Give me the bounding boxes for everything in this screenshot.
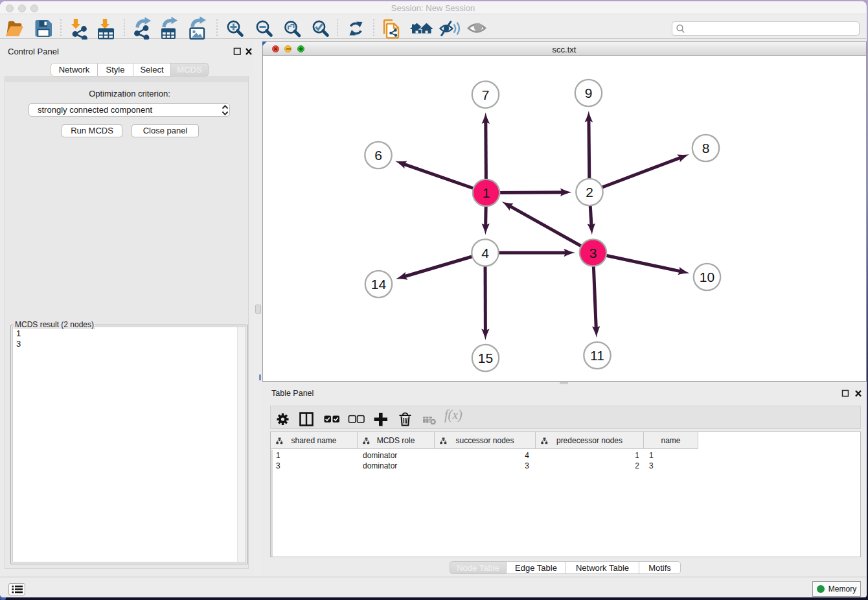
- svg-text:9: 9: [585, 86, 593, 100]
- svg-text:8: 8: [702, 141, 710, 156]
- svg-text:14: 14: [371, 277, 387, 292]
- svg-text:2: 2: [586, 185, 593, 200]
- svg-text:11: 11: [590, 348, 604, 363]
- svg-text:15: 15: [478, 351, 493, 365]
- svg-text:7: 7: [482, 87, 490, 102]
- svg-text:3: 3: [589, 246, 597, 260]
- svg-text:10: 10: [700, 270, 714, 284]
- svg-text:4: 4: [481, 246, 489, 260]
- svg-text:6: 6: [374, 148, 382, 163]
- svg-text:1: 1: [483, 185, 490, 200]
